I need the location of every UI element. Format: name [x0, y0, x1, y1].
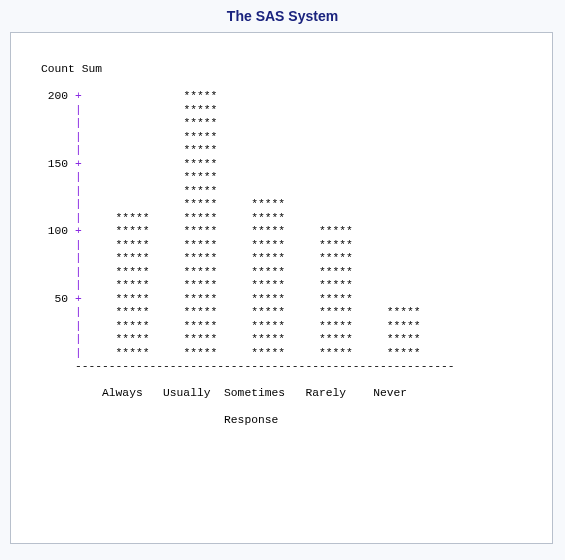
page-title: The SAS System: [0, 0, 565, 32]
chart-frame: Count Sum 200 + ***** | ***** | ***** |: [10, 32, 553, 544]
ascii-bar-chart: Count Sum 200 + ***** | ***** | ***** |: [41, 63, 552, 428]
sas-output-page: The SAS System Count Sum 200 + ***** | *…: [0, 0, 565, 560]
